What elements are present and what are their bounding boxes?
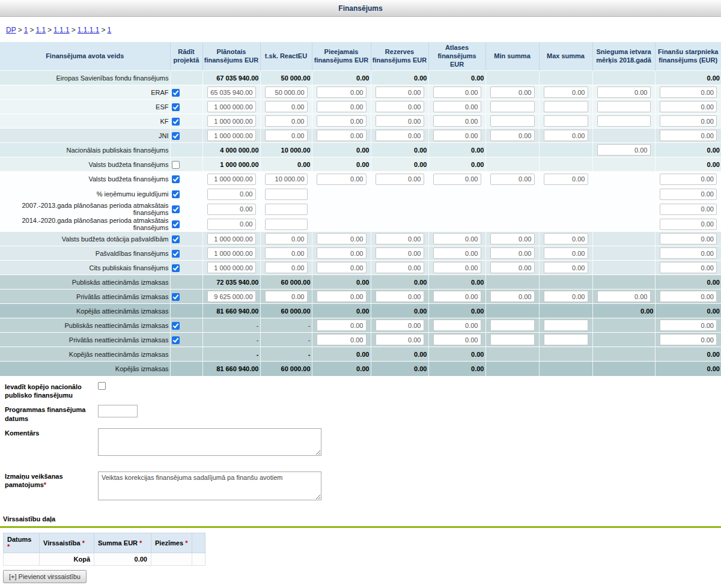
amount-input[interactable]: [490, 291, 535, 302]
breadcrumb-link[interactable]: 1.1.1: [53, 26, 70, 34]
amount-input[interactable]: [317, 101, 367, 112]
amount-input[interactable]: [433, 262, 481, 273]
amount-input[interactable]: [207, 101, 256, 112]
show-in-project-checkbox[interactable]: [172, 161, 180, 169]
amount-input[interactable]: [490, 233, 535, 244]
amount-input[interactable]: [207, 189, 256, 200]
amount-input[interactable]: [376, 334, 424, 345]
amount-input[interactable]: [544, 320, 588, 331]
amount-input[interactable]: [317, 233, 367, 244]
amount-input[interactable]: [597, 101, 651, 112]
breadcrumb-link[interactable]: 1.1: [35, 26, 46, 34]
amount-input[interactable]: [660, 204, 717, 215]
amount-input[interactable]: [433, 115, 481, 127]
amount-input[interactable]: [597, 86, 651, 98]
amount-input[interactable]: [544, 174, 588, 185]
amount-input[interactable]: [433, 291, 481, 302]
breadcrumb-link[interactable]: 1.1.1.1: [78, 26, 100, 34]
amount-input[interactable]: [317, 86, 367, 98]
amount-input[interactable]: [660, 247, 717, 259]
amount-input[interactable]: [490, 247, 535, 259]
amount-input[interactable]: [317, 320, 367, 331]
show-in-project-checkbox[interactable]: [172, 175, 180, 183]
amount-input[interactable]: [660, 174, 717, 185]
amount-input[interactable]: [490, 262, 535, 273]
amount-input[interactable]: [317, 247, 367, 259]
amount-input[interactable]: [376, 101, 424, 112]
amount-input[interactable]: [265, 291, 308, 302]
amount-input[interactable]: [660, 262, 717, 273]
amount-input[interactable]: [597, 144, 651, 156]
amount-input[interactable]: [317, 291, 367, 302]
amount-input[interactable]: [376, 291, 424, 302]
amount-input[interactable]: [207, 247, 256, 259]
amount-input[interactable]: [544, 334, 588, 345]
amount-input[interactable]: [317, 262, 367, 273]
amount-input[interactable]: [265, 130, 308, 141]
amount-input[interactable]: [207, 291, 256, 302]
amount-input[interactable]: [660, 115, 717, 127]
amount-input[interactable]: [490, 86, 535, 98]
amount-input[interactable]: [207, 262, 256, 273]
change-reason-textarea[interactable]: Veiktas korekcijas finansējuma sadalījum…: [98, 471, 321, 500]
amount-input[interactable]: [207, 86, 256, 98]
amount-input[interactable]: [660, 334, 717, 345]
amount-input[interactable]: [376, 86, 424, 98]
amount-input[interactable]: [544, 291, 588, 302]
show-in-project-checkbox[interactable]: [172, 235, 180, 243]
amount-input[interactable]: [317, 115, 367, 127]
amount-input[interactable]: [597, 115, 651, 127]
amount-input[interactable]: [433, 174, 481, 185]
show-in-project-checkbox[interactable]: [172, 89, 180, 97]
amount-input[interactable]: [660, 189, 717, 200]
amount-input[interactable]: [265, 204, 308, 215]
amount-input[interactable]: [265, 189, 308, 200]
show-in-project-checkbox[interactable]: [172, 103, 180, 111]
amount-input[interactable]: [207, 204, 256, 215]
amount-input[interactable]: [207, 174, 256, 185]
amount-input[interactable]: [433, 247, 481, 259]
amount-input[interactable]: [265, 115, 308, 127]
amount-input[interactable]: [544, 247, 588, 259]
amount-input[interactable]: [660, 219, 717, 230]
national-financing-checkbox[interactable]: [98, 382, 106, 390]
amount-input[interactable]: [265, 219, 308, 230]
amount-input[interactable]: [597, 291, 651, 302]
show-in-project-checkbox[interactable]: [172, 336, 180, 344]
amount-input[interactable]: [433, 86, 481, 98]
amount-input[interactable]: [544, 101, 588, 112]
amount-input[interactable]: [376, 262, 424, 273]
show-in-project-checkbox[interactable]: [172, 205, 180, 213]
amount-input[interactable]: [490, 320, 535, 331]
amount-input[interactable]: [265, 247, 308, 259]
amount-input[interactable]: [490, 334, 535, 345]
amount-input[interactable]: [490, 115, 535, 127]
amount-input[interactable]: [317, 334, 367, 345]
show-in-project-checkbox[interactable]: [172, 132, 180, 140]
amount-input[interactable]: [433, 130, 481, 141]
amount-input[interactable]: [376, 130, 424, 141]
amount-input[interactable]: [376, 115, 424, 127]
amount-input[interactable]: [265, 101, 308, 112]
amount-input[interactable]: [207, 115, 256, 127]
breadcrumb-link[interactable]: DP: [6, 26, 16, 34]
amount-input[interactable]: [490, 101, 535, 112]
show-in-project-checkbox[interactable]: [172, 118, 180, 126]
amount-input[interactable]: [207, 233, 256, 244]
show-in-project-checkbox[interactable]: [172, 190, 180, 198]
amount-input[interactable]: [660, 320, 717, 331]
amount-input[interactable]: [265, 174, 308, 185]
amount-input[interactable]: [376, 174, 424, 185]
amount-input[interactable]: [376, 247, 424, 259]
breadcrumb-link[interactable]: 1: [108, 26, 112, 34]
amount-input[interactable]: [376, 233, 424, 244]
amount-input[interactable]: [490, 174, 535, 185]
amount-input[interactable]: [433, 320, 481, 331]
amount-input[interactable]: [207, 219, 256, 230]
amount-input[interactable]: [317, 174, 367, 185]
amount-input[interactable]: [544, 130, 588, 141]
comment-textarea[interactable]: [98, 428, 321, 456]
amount-input[interactable]: [433, 334, 481, 345]
amount-input[interactable]: [544, 115, 588, 127]
amount-input[interactable]: [544, 233, 588, 244]
